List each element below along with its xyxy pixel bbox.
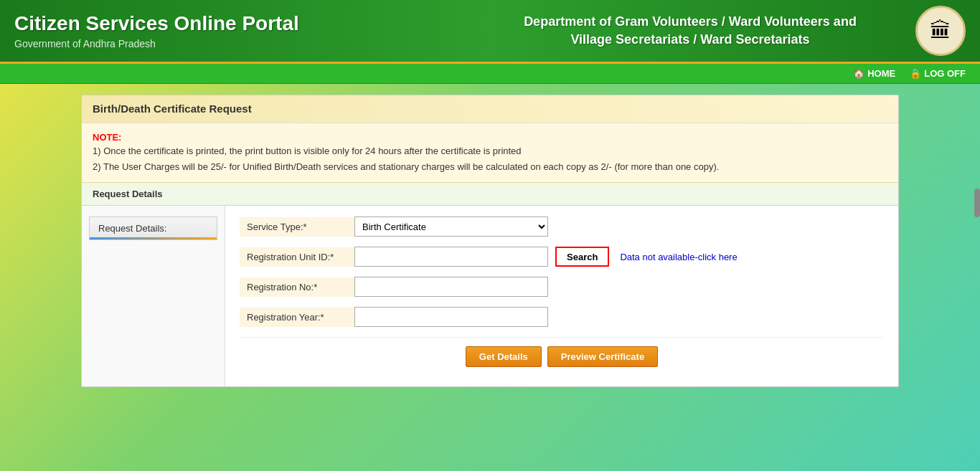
header-left: Citizen Services Online Portal Governmen…	[14, 12, 465, 49]
action-buttons: Get Details Preview Certificate	[240, 337, 884, 376]
form-fields: Service Type:* Birth Certificate Death C…	[225, 206, 898, 386]
page-title: Birth/Death Certificate Request	[93, 103, 252, 115]
service-type-label: Service Type:*	[240, 217, 354, 237]
scrollbar[interactable]	[974, 189, 980, 217]
reg-unit-id-row: Registration Unit ID:* Search Data not a…	[240, 247, 884, 267]
data-not-available-link[interactable]: Data not available-click here	[620, 252, 737, 262]
reg-unit-id-label: Registration Unit ID:*	[240, 247, 354, 267]
service-type-select[interactable]: Birth Certificate Death Certificate	[354, 217, 548, 237]
note-line1: 1) Once the certificate is printed, the …	[93, 143, 887, 159]
portal-subtitle: Government of Andhra Pradesh	[14, 38, 465, 49]
navbar: 🏠 HOME 🔒 LOG OFF	[0, 64, 980, 84]
dept-name: Department of Gram Volunteers / Ward Vol…	[465, 13, 915, 49]
form-sidebar: Request Details:	[82, 206, 225, 386]
reg-unit-id-input[interactable]	[354, 247, 548, 267]
main-container: Birth/Death Certificate Request NOTE: 1)…	[81, 95, 899, 387]
reg-no-label: Registration No:*	[240, 277, 354, 297]
note-line2: 2) The User Charges will be 25/- for Uni…	[93, 159, 887, 175]
get-details-button[interactable]: Get Details	[466, 346, 542, 367]
reg-no-input[interactable]	[354, 277, 548, 297]
preview-certificate-button[interactable]: Preview Certificate	[547, 346, 658, 367]
form-container: Request Details: Service Type:* Birth Ce…	[82, 206, 898, 386]
search-button[interactable]: Search	[555, 247, 609, 267]
note-label: NOTE:	[93, 130, 887, 143]
reg-year-label: Registration Year:*	[240, 308, 354, 327]
header-center: Department of Gram Volunteers / Ward Vol…	[465, 13, 915, 49]
home-link[interactable]: 🏠 HOME	[853, 68, 895, 79]
header: Citizen Services Online Portal Governmen…	[0, 0, 980, 64]
request-details-tab[interactable]: Request Details:	[89, 217, 217, 240]
service-type-row: Service Type:* Birth Certificate Death C…	[240, 217, 884, 237]
section-header: Request Details	[82, 183, 898, 206]
reg-year-input[interactable]	[354, 307, 548, 327]
note-section: NOTE: 1) Once the certificate is printed…	[82, 123, 898, 183]
home-icon: 🏠	[853, 68, 864, 79]
lock-icon: 🔒	[910, 68, 921, 79]
reg-year-row: Registration Year:*	[240, 307, 884, 327]
logoff-link[interactable]: 🔒 LOG OFF	[910, 68, 966, 79]
page-title-bar: Birth/Death Certificate Request	[82, 95, 898, 123]
reg-no-row: Registration No:*	[240, 277, 884, 297]
logo: 🏛	[915, 6, 966, 56]
portal-title: Citizen Services Online Portal	[14, 12, 465, 35]
